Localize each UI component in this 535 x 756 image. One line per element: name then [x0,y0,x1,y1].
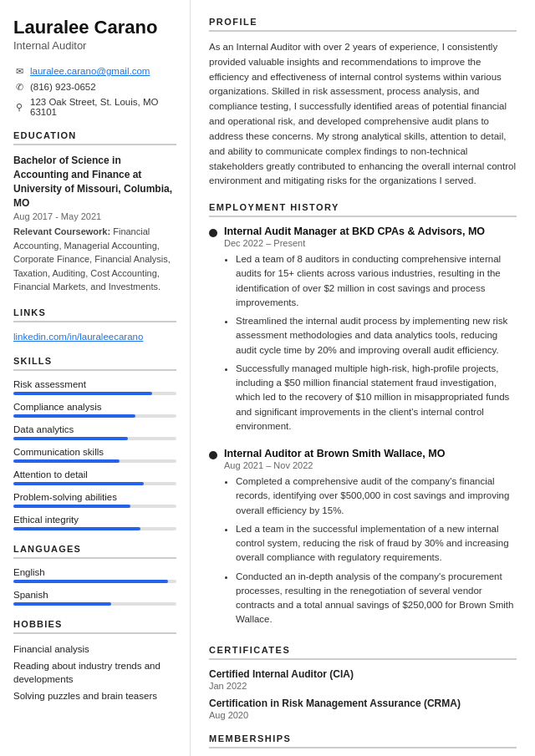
skill-label: Ethical integrity [13,515,176,525]
skill-bar-bg [13,437,176,440]
job-dates: Dec 2022 – Present [224,238,517,248]
memberships-section-title: MEMBERSHIPS [209,733,517,748]
education-coursework: Relevant Coursework: Financial Accountin… [13,225,176,294]
education-section-title: EDUCATION [13,130,176,145]
job-bullet: Streamlined the internal audit process b… [236,314,517,358]
job-bullet: Conducted an in-depth analysis of the co… [236,570,517,627]
job-entry: Internal Auditor at Brown Smith Wallace,… [209,448,517,632]
hobby-item: Solving puzzles and brain teasers [13,689,176,703]
job-title: Internal Audit Manager at BKD CPAs & Adv… [224,226,517,237]
phone-icon: ✆ [13,81,25,93]
language-bar-fill [13,580,168,583]
skill-bar-fill [13,527,140,530]
email-icon: ✉ [13,65,25,77]
skill-item: Data analytics [13,424,176,440]
job-entry: Internal Audit Manager at BKD CPAs & Adv… [209,226,517,438]
certificates-list: Certified Internal Auditor (CIA) Jan 202… [209,668,517,720]
job-bullet: Led a team in the successful implementat… [236,522,517,566]
certificate-date: Aug 2020 [209,710,517,720]
profile-section-title: PROFILE [209,17,517,32]
certificate-item: Certified Internal Auditor (CIA) Jan 202… [209,668,517,691]
skill-bar-fill [13,459,120,463]
skill-label: Compliance analysis [13,402,176,412]
certificate-item: Certification in Risk Management Assuran… [209,698,517,720]
profile-text: As an Internal Auditor with over 2 years… [209,40,517,189]
job-bullets: Led a team of 8 auditors in conducting c… [224,252,517,434]
job-dates: Aug 2021 – Nov 2022 [224,460,517,470]
skill-bar-fill [13,437,128,440]
skill-label: Risk assessment [13,379,176,389]
education-degree: Bachelor of Science in Accounting and Fi… [13,154,176,210]
skill-item: Problem-solving abilities [13,492,176,508]
links-section-title: LINKS [13,307,176,322]
certificates-section-title: CERTIFICATES [209,645,517,660]
employment-list: Internal Audit Manager at BKD CPAs & Adv… [209,226,517,632]
skill-bar-bg [13,482,176,485]
skill-bar-bg [13,392,176,395]
address-text: 123 Oak Street, St. Louis, MO 63101 [30,97,176,117]
skills-section-title: SKILLS [13,356,176,371]
languages-section-title: LANGUAGES [13,544,176,559]
certificate-name: Certification in Risk Management Assuran… [209,698,517,709]
skill-item: Attention to detail [13,469,176,485]
skill-bar-fill [13,392,152,395]
job-bullet: Completed a comprehensive audit of the c… [236,474,517,518]
skill-bar-bg [13,459,176,463]
employment-section-title: EMPLOYMENT HISTORY [209,202,517,217]
job-title: Internal Auditor at Brown Smith Wallace,… [224,448,517,459]
job-dot [209,450,217,632]
skill-item: Risk assessment [13,379,176,395]
linkedin-link[interactable]: linkedin.com/in/lauraleecarano [13,332,143,342]
candidate-name: Lauralee Carano [13,17,176,38]
hobby-item: Financial analysis [13,642,176,656]
address-contact: ⚲ 123 Oak Street, St. Louis, MO 63101 [13,97,176,117]
language-bar-bg [13,580,176,583]
language-bar-bg [13,602,176,606]
language-item: English [13,567,176,583]
coursework-label: Relevant Coursework: [13,226,110,236]
skill-bar-bg [13,414,176,418]
skill-item: Communication skills [13,447,176,463]
sidebar: Lauralee Carano Internal Auditor ✉ laura… [0,0,191,756]
language-label: English [13,567,176,577]
skill-label: Attention to detail [13,469,176,479]
language-bar-fill [13,602,111,606]
skill-bar-fill [13,414,135,418]
job-content: Internal Audit Manager at BKD CPAs & Adv… [224,226,517,438]
certificate-date: Jan 2022 [209,681,517,691]
email-link[interactable]: lauralee.carano@gmail.com [30,66,150,76]
job-dot [209,228,217,438]
skill-bar-bg [13,527,176,530]
skill-bar-fill [13,482,144,485]
candidate-title: Internal Auditor [13,39,176,52]
location-icon: ⚲ [13,101,25,113]
job-bullet: Led a team of 8 auditors in conducting c… [236,252,517,310]
job-bullet: Successfully managed multiple high-risk,… [236,362,517,434]
skill-label: Data analytics [13,424,176,434]
email-contact: ✉ lauralee.carano@gmail.com [13,65,176,77]
phone-contact: ✆ (816) 923-0652 [13,81,176,93]
hobbies-list: Financial analysisReading about industry… [13,642,176,703]
skill-item: Ethical integrity [13,515,176,530]
skill-item: Compliance analysis [13,402,176,418]
education-dates: Aug 2017 - May 2021 [13,211,176,221]
skill-label: Problem-solving abilities [13,492,176,502]
language-label: Spanish [13,590,176,600]
skill-bar-fill [13,505,130,508]
certificate-name: Certified Internal Auditor (CIA) [209,668,517,680]
hobbies-section-title: HOBBIES [13,619,176,634]
job-bullets: Completed a comprehensive audit of the c… [224,474,517,627]
hobby-item: Reading about industry trends and develo… [13,659,176,686]
svg-point-0 [209,229,217,237]
svg-point-1 [209,451,217,459]
job-content: Internal Auditor at Brown Smith Wallace,… [224,448,517,632]
linkedin-link-item: linkedin.com/in/lauraleecarano [13,331,176,342]
skill-bar-bg [13,505,176,508]
skill-label: Communication skills [13,447,176,457]
language-item: Spanish [13,590,176,606]
skills-list: Risk assessment Compliance analysis Data… [13,379,176,530]
languages-list: English Spanish [13,567,176,606]
main-content: PROFILE As an Internal Auditor with over… [191,0,535,756]
phone-number: (816) 923-0652 [30,82,96,92]
